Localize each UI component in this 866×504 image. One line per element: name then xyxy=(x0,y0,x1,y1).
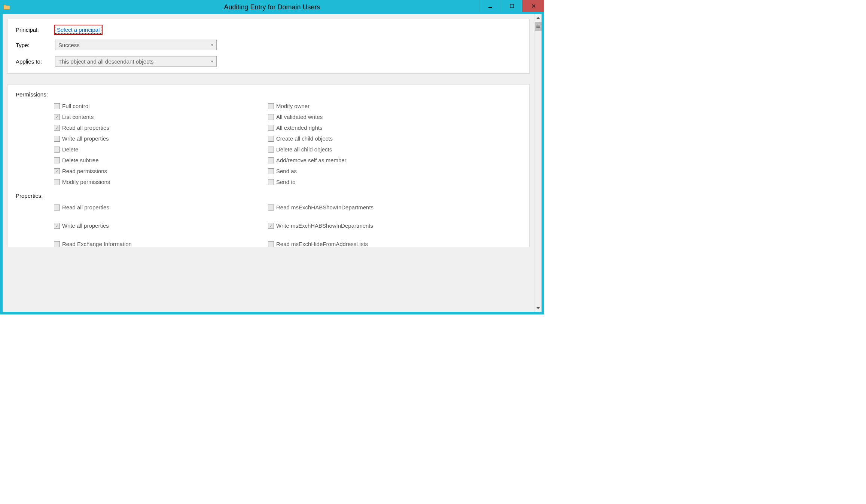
scroll-options-icon[interactable] xyxy=(535,22,542,31)
checkbox-label: Delete xyxy=(62,146,78,153)
checkmark-icon: ✓ xyxy=(55,114,59,119)
checkbox-icon[interactable] xyxy=(54,205,60,210)
applies-to-value: This object and all descendant objects xyxy=(58,58,153,65)
permission-checkbox[interactable]: Delete subtree xyxy=(54,157,268,163)
svg-rect-0 xyxy=(488,7,492,8)
checkbox-label: Read permissions xyxy=(62,168,107,174)
checkbox-icon[interactable] xyxy=(268,136,274,142)
checkbox-label: Delete subtree xyxy=(62,157,99,163)
properties-grid: Read all properties✓Write all properties… xyxy=(54,204,521,247)
close-button[interactable] xyxy=(522,0,544,12)
type-label: Type: xyxy=(16,42,55,48)
permission-checkbox[interactable]: Write all properties xyxy=(54,135,268,142)
checkbox-label: Read all properties xyxy=(62,125,109,131)
titlebar[interactable]: Auditing Entry for Domain Users xyxy=(0,0,544,14)
permissions-panel: Permissions: Full control✓List contents✓… xyxy=(7,84,530,247)
checkbox-icon[interactable] xyxy=(54,157,60,163)
applies-to-label: Applies to: xyxy=(16,58,55,65)
checkbox-icon[interactable] xyxy=(54,147,60,153)
checkbox-icon[interactable] xyxy=(268,168,274,174)
checkmark-icon: ✓ xyxy=(55,223,59,228)
checkbox-label: Send to xyxy=(276,179,296,185)
client-area: Principal: Select a principal Type: Succ… xyxy=(0,14,544,314)
checkbox-icon[interactable]: ✓ xyxy=(54,114,60,120)
select-principal-link[interactable]: Select a principal xyxy=(55,26,101,34)
checkbox-label: Read msExchHideFromAddressLists xyxy=(276,241,368,247)
minimize-button[interactable] xyxy=(479,0,501,12)
checkbox-label: Write msExchHABShowInDepartments xyxy=(276,222,373,229)
checkbox-icon[interactable] xyxy=(54,241,60,247)
checkbox-label: Full control xyxy=(62,103,89,109)
checkbox-label: Write all properties xyxy=(62,135,109,142)
chevron-down-icon: ▾ xyxy=(211,59,213,64)
scroll-down-arrow[interactable] xyxy=(534,304,542,312)
checkbox-label: Add/remove self as member xyxy=(276,157,347,163)
permission-checkbox[interactable]: Add/remove self as member xyxy=(268,157,347,163)
permissions-grid: Full control✓List contents✓Read all prop… xyxy=(54,103,521,185)
checkbox-label: Delete all child objects xyxy=(276,146,332,153)
checkbox-label: Send as xyxy=(276,168,297,174)
permission-checkbox[interactable]: Create all child objects xyxy=(268,135,347,142)
checkbox-label: Modify owner xyxy=(276,103,309,109)
property-checkbox[interactable]: ✓Write all properties xyxy=(54,222,268,229)
checkbox-icon[interactable]: ✓ xyxy=(54,168,60,174)
permission-checkbox[interactable]: ✓Read permissions xyxy=(54,168,268,174)
checkbox-label: Read all properties xyxy=(62,204,109,210)
permission-checkbox[interactable]: Delete xyxy=(54,146,268,153)
permission-checkbox[interactable]: Modify owner xyxy=(268,103,347,109)
checkbox-icon[interactable] xyxy=(54,179,60,185)
folder-icon xyxy=(3,3,10,11)
checkbox-icon[interactable]: ✓ xyxy=(54,125,60,131)
checkbox-icon[interactable] xyxy=(268,147,274,153)
checkbox-label: Read msExchHABShowInDepartments xyxy=(276,204,373,210)
window-title: Auditing Entry for Domain Users xyxy=(0,3,544,11)
principal-panel: Principal: Select a principal Type: Succ… xyxy=(7,19,530,74)
checkbox-icon[interactable] xyxy=(268,103,274,109)
chevron-down-icon: ▾ xyxy=(211,43,213,47)
principal-label: Principal: xyxy=(16,27,55,33)
permission-checkbox[interactable]: All extended rights xyxy=(268,125,347,131)
permission-checkbox[interactable]: Delete all child objects xyxy=(268,146,347,153)
type-value: Success xyxy=(58,42,80,48)
property-checkbox[interactable]: Read msExchHABShowInDepartments xyxy=(268,204,373,210)
checkbox-icon[interactable] xyxy=(54,136,60,142)
checkbox-icon[interactable] xyxy=(268,125,274,131)
property-checkbox[interactable]: Read Exchange Information xyxy=(54,241,268,247)
applies-to-combo[interactable]: This object and all descendant objects ▾ xyxy=(55,56,217,67)
checkbox-icon[interactable]: ✓ xyxy=(268,223,274,229)
checkbox-icon[interactable] xyxy=(54,103,60,109)
permission-checkbox[interactable]: ✓List contents xyxy=(54,114,268,120)
checkbox-label: All validated writes xyxy=(276,114,323,120)
svg-rect-1 xyxy=(510,4,514,8)
property-checkbox[interactable]: Read all properties xyxy=(54,204,268,210)
property-checkbox[interactable]: ✓Write msExchHABShowInDepartments xyxy=(268,222,373,229)
property-checkbox[interactable]: Read msExchHideFromAddressLists xyxy=(268,241,373,247)
checkmark-icon: ✓ xyxy=(55,169,59,173)
checkbox-icon[interactable] xyxy=(268,205,274,210)
content-area: Principal: Select a principal Type: Succ… xyxy=(3,14,534,312)
window-controls xyxy=(479,0,544,14)
checkbox-label: Create all child objects xyxy=(276,135,333,142)
type-combo[interactable]: Success ▾ xyxy=(55,40,217,50)
checkbox-label: Read Exchange Information xyxy=(62,241,132,247)
permission-checkbox[interactable]: Modify permissions xyxy=(54,179,268,185)
properties-heading: Properties: xyxy=(16,193,521,199)
vertical-scrollbar[interactable] xyxy=(534,14,542,312)
scroll-up-arrow[interactable] xyxy=(534,14,542,22)
permission-checkbox[interactable]: Send as xyxy=(268,168,347,174)
maximize-button[interactable] xyxy=(501,0,522,12)
permission-checkbox[interactable]: Full control xyxy=(54,103,268,109)
permission-checkbox[interactable]: All validated writes xyxy=(268,114,347,120)
auditing-entry-window: Auditing Entry for Domain Users Principa… xyxy=(0,0,544,314)
checkbox-label: Modify permissions xyxy=(62,179,110,185)
checkbox-icon[interactable]: ✓ xyxy=(54,223,60,229)
checkbox-icon[interactable] xyxy=(268,179,274,185)
checkbox-label: Write all properties xyxy=(62,222,109,229)
checkbox-icon[interactable] xyxy=(268,241,274,247)
checkmark-icon: ✓ xyxy=(55,125,59,130)
checkmark-icon: ✓ xyxy=(269,223,273,228)
checkbox-icon[interactable] xyxy=(268,114,274,120)
permission-checkbox[interactable]: ✓Read all properties xyxy=(54,125,268,131)
permission-checkbox[interactable]: Send to xyxy=(268,179,347,185)
checkbox-icon[interactable] xyxy=(268,157,274,163)
